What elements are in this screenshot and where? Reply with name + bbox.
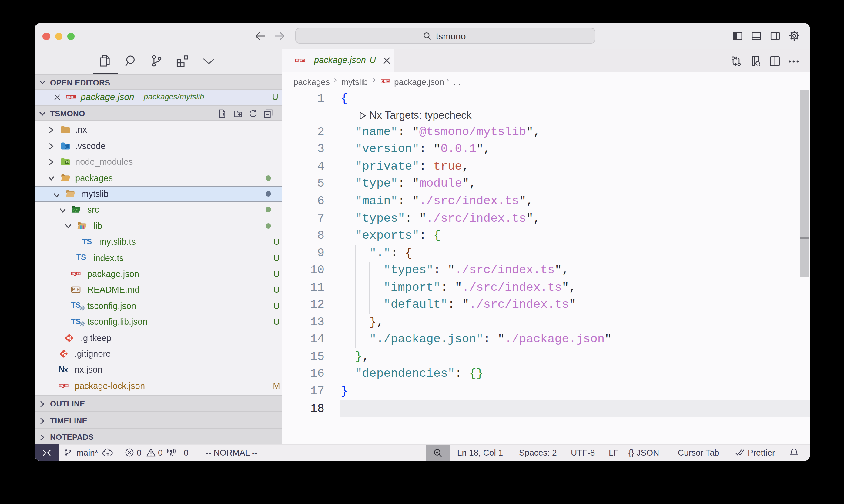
svg-text:JS: JS <box>65 161 69 164</box>
svg-text:</>: </> <box>72 209 80 213</box>
